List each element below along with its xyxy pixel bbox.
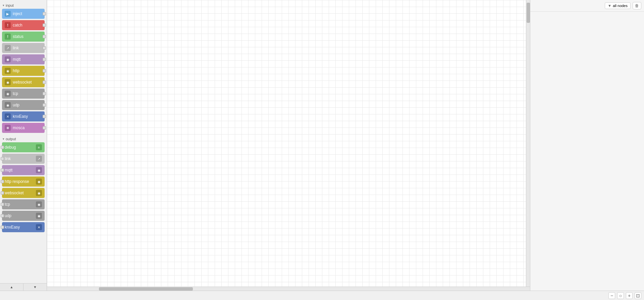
all-nodes-button[interactable]: ▼ all nodes xyxy=(605,2,631,9)
udp-out-port-left xyxy=(1,214,4,217)
link-in-icon: ↗ xyxy=(5,45,11,51)
link-out-icon: ↗ xyxy=(36,156,42,162)
http-in-port-right xyxy=(43,69,46,72)
zoom-minus-icon: − xyxy=(610,293,613,298)
chevron-input-icon: ▾ xyxy=(3,4,4,7)
node-catch[interactable]: ! catch xyxy=(2,20,45,30)
udp-out-icon: ◉ xyxy=(36,213,42,219)
zoom-reset-button[interactable]: ○ xyxy=(617,292,624,299)
link-in-label: link xyxy=(13,46,19,50)
mqtt-out-port-left xyxy=(1,168,4,172)
canvas-hscrollbar-thumb[interactable] xyxy=(99,287,193,291)
bottom-right: − ○ + ⊡ xyxy=(608,292,641,299)
canvas-hscrollbar[interactable] xyxy=(47,287,530,291)
status-label: status xyxy=(13,34,23,39)
websocket-in-label: websocket xyxy=(13,80,32,85)
node-websocket-in[interactable]: ◉ websocket xyxy=(2,77,45,87)
udp-in-icon: ◉ xyxy=(5,102,11,108)
filter-icon: ▼ xyxy=(608,4,611,8)
section-header-input[interactable]: ▾ input xyxy=(2,2,45,9)
section-label-output: output xyxy=(6,137,16,141)
right-panel-toolbar: ▼ all nodes 🗑 xyxy=(530,0,644,12)
mqtt-out-label: mqtt xyxy=(5,168,12,172)
zoom-minus-button[interactable]: − xyxy=(608,292,615,299)
node-knxeasy-in[interactable]: ✕ knxEasy xyxy=(2,111,45,121)
inject-port-right xyxy=(43,12,46,15)
tcp-in-icon: ◉ xyxy=(5,91,11,97)
tcp-out-port-left xyxy=(1,203,4,206)
node-udp-in[interactable]: ◉ udp xyxy=(2,100,45,110)
websocket-out-icon: ◉ xyxy=(36,190,42,196)
knxeasy-in-icon: ✕ xyxy=(5,113,11,119)
mqtt-in-icon: ◉ xyxy=(5,56,11,62)
catch-port-right xyxy=(43,23,46,27)
canvas-inner xyxy=(47,0,530,287)
mqtt-out-icon: ◉ xyxy=(36,167,42,173)
node-link-out[interactable]: link ↗ xyxy=(2,154,45,164)
node-inject[interactable]: ▶ inject xyxy=(2,9,45,19)
link-in-port-right xyxy=(43,46,46,50)
node-mosca[interactable]: ❋ mosca xyxy=(2,123,45,133)
node-debug[interactable]: debug ≡ xyxy=(2,142,45,152)
zoom-plus-button[interactable]: + xyxy=(626,292,633,299)
knxeasy-in-label: knxEasy xyxy=(13,114,28,119)
section-header-output[interactable]: ▾ output xyxy=(2,136,45,142)
udp-in-label: udp xyxy=(13,103,19,107)
node-tcp-in[interactable]: ◉ tcp xyxy=(2,89,45,99)
sidebar-scroll-arrows: ▲ ▼ xyxy=(0,283,47,291)
node-udp-out[interactable]: udp ◉ xyxy=(2,211,45,221)
node-http-in[interactable]: ◉ http xyxy=(2,66,45,76)
node-link-in[interactable]: ↗ link xyxy=(2,43,45,53)
knxeasy-out-label: knxEasy xyxy=(5,225,20,230)
knxeasy-out-icon: ✕ xyxy=(36,224,42,230)
node-mqtt-out[interactable]: mqtt ◉ xyxy=(2,165,45,175)
mosca-icon: ❋ xyxy=(5,125,11,131)
mosca-label: mosca xyxy=(13,126,24,130)
trash-button[interactable]: 🗑 xyxy=(633,2,641,9)
node-mqtt-in[interactable]: ◉ mqtt xyxy=(2,54,45,64)
sidebar: ▾ input ▶ inject ! catch xyxy=(0,0,47,291)
scroll-down-button[interactable]: ▼ xyxy=(23,284,47,291)
canvas-vscrollbar[interactable] xyxy=(526,0,530,287)
all-nodes-label: all nodes xyxy=(613,4,628,8)
canvas-area[interactable] xyxy=(47,0,526,287)
canvas-wrapper xyxy=(47,0,530,291)
zoom-circle-icon: ○ xyxy=(619,293,622,298)
zoom-fit-button[interactable]: ⊡ xyxy=(635,292,641,299)
http-response-label: http response xyxy=(5,179,29,184)
inject-icon: ▶ xyxy=(5,11,11,17)
canvas-grid xyxy=(47,0,526,287)
debug-port-left xyxy=(1,146,4,149)
canvas-vscrollbar-thumb[interactable] xyxy=(527,3,530,23)
debug-label: debug xyxy=(5,145,16,150)
udp-in-port-right xyxy=(43,103,46,107)
node-websocket-out[interactable]: websocket ◉ xyxy=(2,188,45,198)
debug-icon: ≡ xyxy=(36,144,42,150)
node-http-response[interactable]: http response ◉ xyxy=(2,177,45,187)
mqtt-in-label: mqtt xyxy=(13,57,20,62)
zoom-fit-icon: ⊡ xyxy=(636,293,640,298)
status-icon: ! xyxy=(5,34,11,40)
node-status[interactable]: ! status xyxy=(2,32,45,42)
scroll-up-button[interactable]: ▲ xyxy=(0,284,23,291)
http-response-icon: ◉ xyxy=(36,179,42,185)
mqtt-in-port-right xyxy=(43,58,46,61)
tcp-in-label: tcp xyxy=(13,91,18,96)
zoom-plus-icon: + xyxy=(628,293,631,298)
status-port-right xyxy=(43,35,46,38)
link-out-label: link xyxy=(5,156,11,161)
chevron-output-icon: ▾ xyxy=(3,137,4,141)
knxeasy-in-port-right xyxy=(43,115,46,118)
node-knxeasy-out[interactable]: knxEasy ✕ xyxy=(2,222,45,232)
knxeasy-out-port-left xyxy=(1,226,4,229)
http-in-label: http xyxy=(13,68,19,73)
sidebar-scroll[interactable]: ▾ input ▶ inject ! catch xyxy=(0,0,47,283)
tcp-in-port-right xyxy=(43,92,46,95)
websocket-out-port-left xyxy=(1,191,4,195)
node-tcp-out[interactable]: tcp ◉ xyxy=(2,199,45,209)
tcp-out-label: tcp xyxy=(5,202,10,207)
catch-icon: ! xyxy=(5,22,11,28)
mosca-port-right xyxy=(43,126,46,130)
websocket-out-label: websocket xyxy=(5,191,24,195)
http-response-port-left xyxy=(1,180,4,183)
